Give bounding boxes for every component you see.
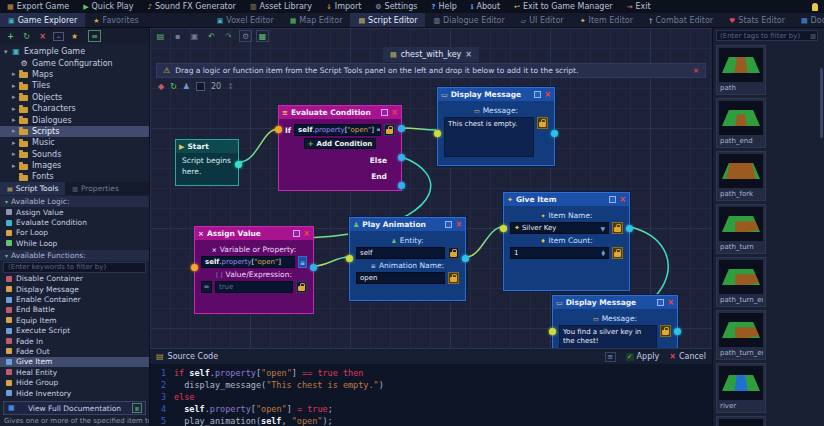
- add-condition-button[interactable]: Add Condition: [304, 138, 376, 149]
- editor-tab[interactable]: Stats Editor: [721, 13, 793, 27]
- expand-arrow-icon[interactable]: ▸: [12, 150, 19, 158]
- menu-item[interactable]: Sound FX Generator: [140, 0, 242, 13]
- canvas-toolbar-button[interactable]: [205, 30, 218, 42]
- editor-tab[interactable]: Script Editor: [350, 13, 425, 27]
- tree-item[interactable]: ▸ Characters: [0, 103, 149, 114]
- message-textarea[interactable]: You find a silver key in the chest!: [559, 325, 657, 348]
- lock-icon[interactable]: [537, 117, 548, 129]
- apply-button[interactable]: Apply: [626, 352, 659, 361]
- canvas-toolbar-button[interactable]: [188, 30, 201, 42]
- canvas-toolbar-button[interactable]: [239, 30, 252, 42]
- menu-item[interactable]: Import: [319, 0, 368, 13]
- close-icon[interactable]: ×: [303, 229, 310, 238]
- function-item[interactable]: Fade Out: [0, 346, 149, 356]
- expand-arrow-icon[interactable]: ▸: [12, 116, 19, 124]
- entity-icon[interactable]: [183, 82, 190, 91]
- code-editor[interactable]: 1 if self.property["open"] == true then …: [150, 364, 712, 426]
- menu-item[interactable]: Exit to Game Manager: [507, 0, 620, 13]
- tile-item[interactable]: path: [716, 45, 766, 95]
- canvas-toolbar-button[interactable]: [171, 30, 184, 42]
- tree-item[interactable]: ▸ Sounds: [0, 149, 149, 160]
- input-port[interactable]: [500, 225, 507, 232]
- function-item[interactable]: Hide Group: [0, 377, 149, 387]
- function-item[interactable]: Heal Entity: [0, 367, 149, 377]
- script-canvas[interactable]: chest_with_key × Drag a logic or functio…: [150, 28, 712, 348]
- script-tab[interactable]: chest_with_key ×: [383, 47, 479, 62]
- expand-arrow-icon[interactable]: ▸: [12, 139, 19, 147]
- explorer-toolbar-button[interactable]: [68, 30, 81, 42]
- grid-size-stepper[interactable]: ↕: [227, 82, 234, 91]
- magnet-icon[interactable]: [158, 82, 164, 91]
- property-picker-icon[interactable]: ≡: [298, 256, 307, 268]
- function-item[interactable]: End Battle: [0, 305, 149, 315]
- lock-icon[interactable]: [660, 325, 671, 337]
- open-external-icon[interactable]: ≣: [132, 403, 142, 413]
- input-port[interactable]: [434, 130, 441, 137]
- node-display-message-1[interactable]: ▭Display Message× Message: This chest is…: [437, 87, 555, 166]
- editor-tab[interactable]: Combat Editor: [641, 13, 721, 27]
- output-port[interactable]: [462, 255, 469, 262]
- grid-size-value[interactable]: 20: [211, 82, 221, 91]
- functions-filter-input[interactable]: (Enter keywords to filter by): [3, 262, 146, 273]
- node-give-item[interactable]: ✦Give Item× Item Name: ✦Silver Key▼ Item…: [503, 192, 630, 291]
- tree-item[interactable]: ▸ Music: [0, 137, 149, 148]
- window-icon[interactable]: [293, 230, 300, 237]
- item-count-input[interactable]: 1▲▼: [510, 247, 609, 259]
- value-input[interactable]: true: [215, 281, 293, 293]
- explorer-toolbar-button[interactable]: [20, 30, 33, 42]
- input-port[interactable]: [275, 126, 282, 133]
- item-name-dropdown[interactable]: ✦Silver Key▼: [510, 222, 609, 234]
- tree-item[interactable]: ▸ Scripts: [0, 126, 149, 137]
- editor-tab[interactable]: Dialogue Editor: [425, 13, 512, 27]
- canvas-toolbar-button[interactable]: [256, 30, 269, 42]
- node-assign-value[interactable]: ×Assign Value× Variable or Property: sel…: [194, 226, 314, 314]
- menu-item[interactable]: Asset Library: [243, 0, 319, 13]
- tree-item[interactable]: ▸ Objects: [0, 92, 149, 103]
- explorer-toolbar-button[interactable]: [4, 30, 17, 42]
- tools-tab[interactable]: Script Tools: [0, 182, 65, 195]
- lock-icon[interactable]: [448, 272, 459, 284]
- tile-item[interactable]: path_turn_en: [716, 257, 766, 307]
- lock-icon[interactable]: [296, 281, 307, 293]
- tile-item[interactable]: path_turn_en: [716, 310, 766, 360]
- tree-item[interactable]: ▸ Maps: [0, 69, 149, 80]
- function-item[interactable]: Give Item: [0, 357, 149, 367]
- logic-item[interactable]: While Loop: [0, 238, 149, 248]
- menu-item[interactable]: Help: [424, 0, 463, 13]
- output-port[interactable]: [626, 225, 633, 232]
- editor-tab[interactable]: UI Editor: [513, 13, 572, 27]
- tree-item[interactable]: ▸ Images: [0, 160, 149, 171]
- menu-item[interactable]: Settings: [368, 0, 424, 13]
- function-item[interactable]: Execute Script: [0, 326, 149, 336]
- close-tab-icon[interactable]: ×: [465, 50, 472, 59]
- expand-arrow-icon[interactable]: ▸: [12, 127, 19, 135]
- close-icon[interactable]: ×: [619, 195, 626, 204]
- stepper-icons[interactable]: ▲▼: [602, 250, 605, 256]
- function-item[interactable]: Enable Container: [0, 294, 149, 304]
- message-textarea[interactable]: This chest is empty.: [444, 117, 534, 157]
- input-port[interactable]: [346, 255, 353, 262]
- animation-name-input[interactable]: open: [356, 272, 445, 284]
- node-start[interactable]: ▶Start Script begins here.: [175, 139, 239, 186]
- tools-tab[interactable]: Properties: [65, 182, 126, 195]
- equals-toggle[interactable]: =: [201, 281, 212, 293]
- tile-item[interactable]: path_end: [716, 98, 766, 148]
- tree-item[interactable]: ▸ Dialogues: [0, 114, 149, 125]
- panel-tab[interactable]: Favorites: [85, 13, 146, 27]
- lock-icon[interactable]: [612, 222, 623, 234]
- tags-filter-input[interactable]: (Enter tags to filter by) ▥: [716, 30, 818, 41]
- expand-arrow-icon[interactable]: ▸: [12, 105, 19, 113]
- tile-item[interactable]: path_turn: [716, 204, 766, 254]
- filter-options-icon[interactable]: ▥: [810, 32, 816, 39]
- function-item[interactable]: Hide Toolbar: [0, 398, 149, 400]
- lock-icon[interactable]: [448, 247, 459, 259]
- output-port[interactable]: [551, 130, 558, 137]
- lock-icon[interactable]: [612, 247, 623, 259]
- function-item[interactable]: Disable Container: [0, 274, 149, 284]
- close-icon[interactable]: ×: [544, 90, 551, 99]
- editor-tab[interactable]: Map Editor: [282, 13, 351, 27]
- end-output-port[interactable]: [398, 182, 405, 189]
- function-item[interactable]: Equip Item: [0, 315, 149, 325]
- entity-input[interactable]: self: [356, 247, 445, 259]
- canvas-toolbar-button[interactable]: [222, 30, 235, 42]
